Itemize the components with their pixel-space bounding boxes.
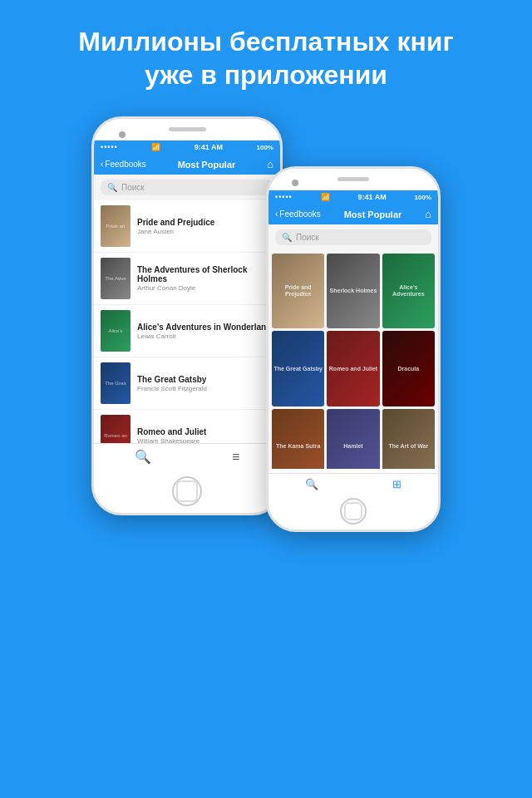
book-cover: The Adve bbox=[101, 258, 131, 299]
search-tab-right[interactable]: 🔍 bbox=[305, 478, 318, 490]
grid-book-cover: Pride and Prejudice bbox=[272, 254, 324, 328]
book-cover: Pride an bbox=[101, 205, 131, 247]
home-button-right[interactable] bbox=[340, 498, 367, 525]
home-button-left[interactable] bbox=[172, 476, 202, 506]
speaker-left bbox=[169, 127, 206, 131]
chevron-left-icon-right: ‹ bbox=[275, 209, 278, 219]
grid-book-cover: Romeo and Juliet bbox=[327, 331, 379, 406]
home-icon-left[interactable]: ⌂ bbox=[267, 158, 273, 170]
nav-title-left: Most Popular bbox=[146, 160, 267, 170]
grid-book-item[interactable]: Sherlock Holmes bbox=[327, 254, 379, 328]
search-icon-right: 🔍 bbox=[282, 233, 292, 242]
book-author: Lewis Carroll bbox=[137, 332, 273, 340]
signal-dots-right: ••••• bbox=[275, 193, 293, 201]
book-author: Arthur Conan Doyle bbox=[137, 284, 273, 292]
home-button-inner-right bbox=[344, 502, 362, 520]
nav-title-right: Most Popular bbox=[321, 209, 425, 219]
book-info: Pride and Prejudice Jane Austen bbox=[137, 218, 273, 235]
grid-book-cover: The Kama Sutra bbox=[272, 409, 324, 469]
speaker-right bbox=[337, 177, 369, 181]
book-item[interactable]: Alice's Alice's Adventures in Wonderland… bbox=[94, 305, 280, 357]
book-info: Romeo and Juliet William Shakespeare bbox=[137, 427, 273, 445]
book-info: Alice's Adventures in Wonderland Lewis C… bbox=[137, 323, 273, 340]
book-title: Pride and Prejudice bbox=[137, 218, 273, 227]
book-grid-right: Pride and PrejudiceSherlock HolmesAlice'… bbox=[268, 250, 438, 469]
book-item[interactable]: The Grea The Great Gatsby Francis Scott … bbox=[94, 357, 280, 410]
grid-tab-right[interactable]: ⊞ bbox=[392, 478, 401, 490]
phone-right: ••••• 📶 9:41 AM 100% ‹ Feedbooks Most Po… bbox=[266, 166, 441, 532]
time-left: 9:41 AM bbox=[195, 143, 223, 151]
search-icon-left: 🔍 bbox=[107, 183, 117, 192]
grid-book-cover: Sherlock Holmes bbox=[327, 254, 379, 328]
grid-book-item[interactable]: Dracula bbox=[382, 331, 435, 406]
book-title: The Adventures of Sherlock Holmes bbox=[137, 265, 273, 283]
grid-book-item[interactable]: Pride and Prejudice bbox=[272, 254, 324, 328]
nav-bar-left: ‹ Feedbooks Most Popular ⌂ bbox=[94, 154, 280, 175]
back-button-left[interactable]: ‹ Feedbooks bbox=[101, 160, 146, 169]
chevron-left-icon: ‹ bbox=[101, 160, 103, 169]
phones-area: ••••• 📶 9:41 AM 100% ‹ Feedbooks Most Po… bbox=[0, 108, 532, 532]
phone-left: ••••• 📶 9:41 AM 100% ‹ Feedbooks Most Po… bbox=[91, 116, 283, 515]
home-icon-right[interactable]: ⌂ bbox=[425, 208, 431, 220]
book-title: Alice's Adventures in Wonderland bbox=[137, 323, 273, 332]
grid-book-item[interactable]: Hamlet bbox=[327, 409, 379, 469]
header: Миллионы бесплатных книг уже в приложени… bbox=[0, 0, 532, 108]
grid-book-cover: The Great Gatsby bbox=[272, 331, 324, 406]
grid-book-cover: Hamlet bbox=[327, 409, 379, 469]
home-button-inner-left bbox=[176, 480, 198, 502]
book-title: Romeo and Juliet bbox=[137, 427, 273, 436]
bottom-toolbar-left: 🔍 ≡ bbox=[94, 443, 280, 470]
book-author: Jane Austen bbox=[137, 228, 273, 235]
search-bar-left[interactable]: 🔍 Поиск bbox=[101, 180, 273, 195]
book-list-left: Pride an Pride and Prejudice Jane Austen… bbox=[94, 200, 280, 448]
time-right: 9:41 AM bbox=[357, 193, 386, 201]
back-button-right[interactable]: ‹ Feedbooks bbox=[275, 209, 321, 219]
back-label-right: Feedbooks bbox=[279, 209, 320, 219]
header-line1: Миллионы бесплатных книг bbox=[33, 25, 499, 58]
book-cover: Alice's bbox=[101, 310, 131, 352]
battery-left: 100% bbox=[257, 144, 273, 151]
grid-book-item[interactable]: The Kama Sutra bbox=[272, 409, 324, 469]
search-tab-left[interactable]: 🔍 bbox=[135, 449, 151, 465]
camera-right bbox=[292, 180, 298, 186]
search-label-right: Поиск bbox=[296, 233, 319, 242]
grid-book-item[interactable]: The Great Gatsby bbox=[272, 331, 324, 406]
grid-book-item[interactable]: Alice's Adventures bbox=[382, 254, 435, 328]
grid-book-item[interactable]: Romeo and Juliet bbox=[327, 331, 379, 406]
grid-book-item[interactable]: The Art of War bbox=[382, 409, 435, 469]
menu-tab-left[interactable]: ≡ bbox=[232, 450, 239, 465]
header-line2: уже в приложении bbox=[33, 58, 499, 91]
status-bar-left: ••••• 📶 9:41 AM 100% bbox=[94, 140, 280, 154]
bottom-toolbar-right: 🔍 ⊞ bbox=[268, 473, 438, 495]
book-item[interactable]: The Adve The Adventures of Sherlock Holm… bbox=[94, 253, 280, 305]
book-info: The Great Gatsby Francis Scott Fitzgeral… bbox=[137, 375, 273, 392]
wifi-icon-left: 📶 bbox=[151, 143, 160, 151]
search-label-left: Поиск bbox=[121, 183, 145, 192]
book-info: The Adventures of Sherlock Holmes Arthur… bbox=[137, 265, 273, 292]
search-bar-right[interactable]: 🔍 Поиск bbox=[275, 229, 431, 245]
book-item[interactable]: Pride an Pride and Prejudice Jane Austen bbox=[94, 200, 280, 253]
back-label-left: Feedbooks bbox=[105, 160, 145, 169]
wifi-icon-right: 📶 bbox=[321, 193, 330, 201]
book-author: Francis Scott Fitzgerald bbox=[137, 385, 273, 392]
battery-right: 100% bbox=[415, 194, 431, 201]
camera-left bbox=[119, 131, 126, 138]
book-cover: The Grea bbox=[101, 362, 131, 404]
app-background: Миллионы бесплатных книг уже в приложени… bbox=[0, 0, 532, 532]
grid-book-cover: The Art of War bbox=[382, 409, 435, 469]
grid-book-cover: Dracula bbox=[382, 331, 435, 406]
screen-right: ••••• 📶 9:41 AM 100% ‹ Feedbooks Most Po… bbox=[268, 190, 438, 469]
signal-dots-left: ••••• bbox=[101, 143, 118, 151]
book-title: The Great Gatsby bbox=[137, 375, 273, 384]
grid-book-cover: Alice's Adventures bbox=[382, 254, 435, 328]
screen-left: ••••• 📶 9:41 AM 100% ‹ Feedbooks Most Po… bbox=[94, 140, 280, 448]
nav-bar-right: ‹ Feedbooks Most Popular ⌂ bbox=[268, 204, 438, 224]
status-bar-right: ••••• 📶 9:41 AM 100% bbox=[268, 190, 438, 204]
